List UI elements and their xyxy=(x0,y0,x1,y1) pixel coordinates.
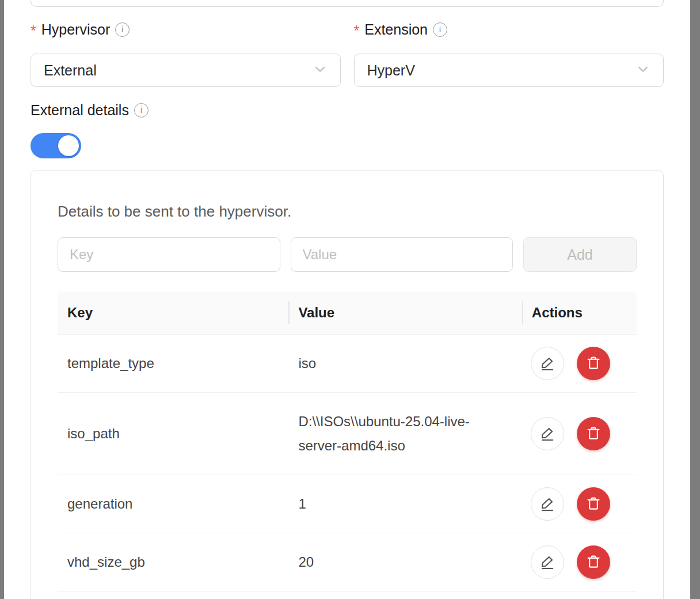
edit-button[interactable] xyxy=(531,417,564,450)
hypervisor-label: Hypervisor xyxy=(41,21,110,38)
chevron-down-icon xyxy=(634,60,652,80)
toggle-knob xyxy=(58,135,79,156)
delete-button[interactable] xyxy=(577,487,610,521)
column-header-key: Key xyxy=(58,291,288,334)
external-details-label: External details xyxy=(31,101,129,119)
pencil-icon xyxy=(539,553,556,572)
hypervisor-select[interactable]: External xyxy=(31,54,341,87)
info-icon[interactable]: i xyxy=(115,22,130,37)
edit-button[interactable] xyxy=(531,545,564,579)
form-item-hypervisor: * Hypervisor i External xyxy=(31,20,341,87)
extension-label: Extension xyxy=(364,21,428,38)
external-details-toggle[interactable] xyxy=(31,133,81,158)
hypervisor-select-value: External xyxy=(44,62,97,79)
row-value: D:\\ISOs\\ubuntu-25.04-live-server-amd64… xyxy=(298,410,488,458)
trash-icon xyxy=(585,495,602,514)
edit-button[interactable] xyxy=(531,347,564,380)
info-icon[interactable]: i xyxy=(433,22,447,37)
key-input[interactable] xyxy=(58,237,280,272)
trash-icon xyxy=(585,424,602,443)
extension-label-row: * Extension i xyxy=(354,20,664,39)
table-row: iso_path D:\\ISOs\\ubuntu-25.04-live-ser… xyxy=(58,392,637,475)
row-value: 1 xyxy=(298,492,488,516)
extension-select-value: HyperV xyxy=(367,62,415,79)
row-value: 20 xyxy=(298,550,488,574)
row-key: vhd_size_gb xyxy=(58,533,288,591)
pencil-icon xyxy=(539,495,556,514)
modal-panel: * Hypervisor i External * Extension i xyxy=(4,0,690,599)
external-details-panel: Details to be sent to the hypervisor. Ad… xyxy=(31,170,664,599)
row-key: iso_path xyxy=(58,405,288,462)
row-value: iso xyxy=(298,351,488,376)
panel-description: Details to be sent to the hypervisor. xyxy=(58,203,637,220)
required-asterisk: * xyxy=(354,22,360,39)
form-item-extension: * Extension i HyperV xyxy=(354,20,664,87)
hypervisor-label-row: * Hypervisor i xyxy=(31,20,341,39)
required-asterisk: * xyxy=(31,22,36,39)
delete-button[interactable] xyxy=(577,545,610,579)
table-header-row: Key Value Actions xyxy=(58,291,637,334)
table-row: template_type iso xyxy=(58,334,637,392)
delete-button[interactable] xyxy=(577,417,610,450)
cutoff-input-above[interactable] xyxy=(31,0,664,7)
pencil-icon xyxy=(539,424,556,443)
details-table: Key Value Actions template_type iso xyxy=(58,291,637,592)
value-input[interactable] xyxy=(291,237,513,272)
edit-button[interactable] xyxy=(531,487,564,521)
table-row: vhd_size_gb 20 xyxy=(58,533,637,591)
trash-icon xyxy=(585,553,602,572)
row-key: generation xyxy=(58,475,288,533)
table-row: generation 1 xyxy=(58,475,637,533)
pencil-icon xyxy=(539,354,556,373)
add-entry-row: Add xyxy=(58,237,637,272)
row-key: template_type xyxy=(58,335,288,392)
extension-select[interactable]: HyperV xyxy=(354,54,664,87)
info-icon[interactable]: i xyxy=(134,103,149,117)
delete-button[interactable] xyxy=(577,347,610,380)
add-button[interactable]: Add xyxy=(523,237,637,272)
external-details-label-row: External details i xyxy=(31,101,664,119)
chevron-down-icon xyxy=(311,60,329,80)
trash-icon xyxy=(585,354,602,373)
column-header-actions: Actions xyxy=(522,291,637,334)
column-header-value: Value xyxy=(288,291,522,334)
